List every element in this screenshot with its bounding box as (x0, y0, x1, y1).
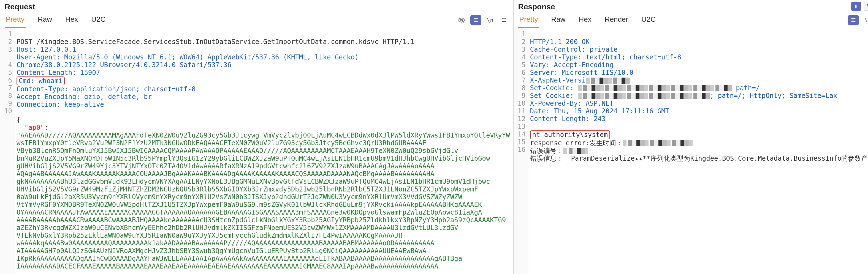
tab-raw[interactable]: Raw (37, 12, 53, 28)
b64-payload: "AAEAAAD/////AQAAAAAAAAAMAgAAAFdTeXN0ZW0… (17, 132, 510, 139)
censored-block (578, 85, 732, 91)
response-title: Response (518, 2, 555, 11)
svg-rect-6 (857, 5, 858, 8)
censored-block (578, 93, 710, 99)
hdr-host: Host: (17, 46, 36, 54)
resp-tab-pretty[interactable]: Pretty (518, 12, 539, 28)
request-line: POST /Kingdee.BOS.ServiceFacade.Services… (17, 38, 414, 46)
resp-date: Date: (530, 107, 550, 115)
resp-tab-u2c[interactable]: U2C (640, 12, 657, 28)
response-pane: ≣ ■ Response Pretty Raw Hex Render U2C \… (514, 0, 868, 274)
error-code-line: 错误编号： (530, 147, 563, 155)
resp-tab-hex[interactable]: Hex (578, 12, 593, 28)
cmd-header-highlight: Cmd: whoami (17, 76, 65, 85)
tab-hex[interactable]: Hex (64, 12, 79, 28)
error-message-line: 错误信息： ParamDeserialize▴▴**序列化类型为Kingdee.… (530, 155, 868, 162)
json-key-ap0: "ap0" (25, 124, 44, 132)
resp-content-length: Content-Length: (530, 115, 590, 123)
whoami-result-highlight: nt authority\system (530, 130, 610, 139)
resp-x-powered-by: X-Powered-By: (530, 100, 582, 107)
resp-tab-render[interactable]: Render (603, 12, 629, 28)
menu-icon[interactable]: ≡ (499, 15, 509, 25)
request-title: Request (5, 2, 35, 11)
hdr-accept-encoding: Accept-Encoding: (17, 93, 80, 101)
resp-pretty-toggle-icon[interactable] (848, 15, 859, 25)
pretty-toggle-icon[interactable] (470, 15, 482, 25)
resp-tab-raw[interactable]: Raw (550, 12, 567, 28)
hide-icon[interactable] (457, 15, 466, 25)
hdr-connection: Connection: (17, 101, 60, 108)
wrap-icon[interactable]: \n (485, 15, 495, 25)
resp-content-type: Content-Type: (530, 54, 582, 61)
censored-block (623, 140, 694, 146)
response-top-buttons: ≣ ■ (851, 2, 868, 11)
censored-block (563, 148, 588, 154)
tab-pretty[interactable]: Pretty (5, 12, 26, 28)
resp-aspnet-ver: X-AspNet-Versi (530, 76, 586, 84)
censored-block (586, 77, 630, 83)
resp-cache-control: Cache-Control: (530, 46, 586, 54)
status-line: HTTP/1.1 200 OK (530, 38, 590, 46)
hdr-user-agent: User-Agent: (17, 54, 60, 61)
svg-rect-5 (855, 5, 856, 8)
request-gutter: 123 45 678 910 (0, 28, 15, 274)
hdr-content-type: Content-Type: (17, 85, 68, 93)
resp-server: Server: (530, 69, 558, 76)
tab-u2c[interactable]: U2C (90, 12, 106, 28)
resp-set-cookie-2: Set-Cookie: (530, 92, 574, 100)
request-tab-row: Pretty Raw Hex U2C \n ≡ (0, 12, 513, 28)
list-button[interactable]: ≣ (864, 2, 868, 11)
resp-vary: Vary: (530, 61, 550, 69)
pause-button[interactable] (851, 2, 861, 11)
hdr-content-length: Content-Length: (17, 69, 76, 76)
resp-wrap-icon[interactable]: \n (863, 15, 868, 25)
request-code[interactable]: 123 45 678 910 POST /Kingdee.BOS.Service… (0, 28, 513, 274)
request-pane: Request Pretty Raw Hex U2C \n ≡ 123 45 6… (0, 0, 514, 274)
response-gutter: 1234 5678 9101112 13141516 (514, 28, 528, 274)
response-tab-row: Pretty Raw Hex Render U2C \n ≡ (514, 12, 868, 28)
response-code[interactable]: 1234 5678 9101112 13141516 HTTP/1.1 200 … (514, 28, 868, 274)
response-error-line: response_error:发生时间： (530, 139, 623, 147)
resp-set-cookie-1: Set-Cookie: (530, 84, 574, 92)
